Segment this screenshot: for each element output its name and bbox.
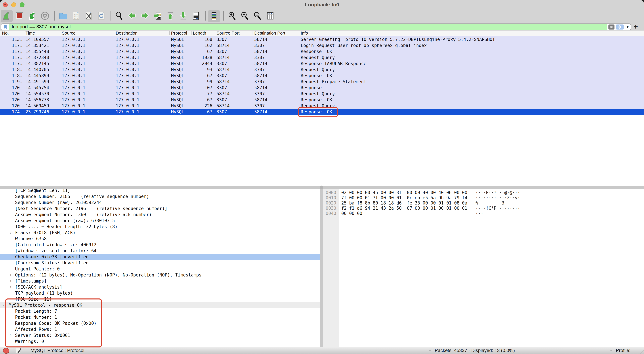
detail-tree-row[interactable]: Packet Length: 7: [0, 308, 320, 314]
previous-packet-button[interactable]: [126, 10, 138, 22]
capture-comment-icon[interactable]: [15, 347, 22, 354]
save-capture-file-button[interactable]: 010100110101110: [70, 10, 82, 22]
detail-tree-row[interactable]: [Next Sequence Number: 2196 (relative se…: [0, 206, 320, 212]
expander-closed-icon[interactable]: ›: [10, 230, 12, 235]
detail-tree-row[interactable]: [PDU Size: 11]: [0, 296, 320, 302]
hex-row[interactable]: 000002 00 00 00 45 00 00 3f 00 00 40 00 …: [323, 190, 644, 195]
column-header-destination[interactable]: Destination: [116, 31, 138, 36]
start-capture-button[interactable]: [1, 10, 13, 22]
open-capture-file-button[interactable]: [57, 10, 69, 22]
zoom-in-button[interactable]: [226, 10, 238, 22]
expander-closed-icon[interactable]: ›: [10, 284, 12, 290]
zoom-reset-button[interactable]: [252, 10, 264, 22]
column-header-info[interactable]: Info: [301, 31, 308, 36]
display-filter-input[interactable]: tcp.port == 3307 and mysql: [10, 24, 607, 30]
splitter-handle[interactable]: [320, 186, 323, 189]
detail-tree-row[interactable]: [Checksum Status: Unverified]: [0, 260, 320, 266]
column-separator[interactable]: [252, 31, 253, 36]
column-header-destination-port[interactable]: Destination Port: [254, 31, 285, 36]
go-to-packet-button[interactable]: [152, 10, 164, 22]
find-packet-button[interactable]: [113, 10, 126, 22]
detail-tree-row[interactable]: Sequence Number: 2185 (relative sequence…: [0, 193, 320, 199]
packet-row[interactable]: 120…14.554570127.0.0.1127.0.0.1MySQL7758…: [0, 91, 644, 97]
hex-row[interactable]: 00107f 00 00 01 7f 00 00 01 0c eb e5 5a …: [323, 195, 644, 200]
packet-row[interactable]: 119…14.491599127.0.0.1127.0.0.1MySQL9958…: [0, 79, 644, 85]
detail-tree-row[interactable]: TCP payload (11 bytes): [0, 290, 320, 296]
status-profile[interactable]: Profile: Default: [616, 347, 644, 354]
add-filter-button[interactable]: +: [632, 23, 640, 30]
detail-tree-row[interactable]: Sequence Number (raw): 2610592244: [0, 199, 320, 206]
detail-tree-row[interactable]: ›Flags: 0x018 (PSH, ACK): [0, 230, 320, 236]
column-header-protocol[interactable]: Protocol: [171, 31, 187, 36]
expander-closed-icon[interactable]: ›: [10, 272, 12, 278]
expander-closed-icon[interactable]: ›: [10, 278, 12, 284]
hex-ascii: ········ ···Z··y·: [476, 195, 520, 200]
reload-capture-file-button[interactable]: [95, 10, 107, 22]
restart-capture-button[interactable]: [26, 10, 38, 22]
expander-open-icon[interactable]: ›: [1, 304, 6, 306]
apply-filter-icon: [618, 25, 622, 29]
detail-tree-row[interactable]: ›Server Status: 0x0001: [0, 332, 320, 338]
detail-tree-row[interactable]: Response Code: OK Packet (0x00): [0, 320, 320, 326]
column-header-length[interactable]: Length: [193, 31, 206, 36]
detail-tree-row[interactable]: ›[Timestamps]: [0, 278, 320, 284]
packet-row[interactable]: 118…14.440705127.0.0.1127.0.0.1MySQL9358…: [0, 67, 644, 73]
hex-row[interactable]: 0030f2 f1 a6 94 21 43 2a 50 07 00 00 01 …: [323, 206, 644, 211]
detail-tree-row[interactable]: Packet Number: 1: [0, 314, 320, 320]
hex-row[interactable]: 002025 ba f8 8b 80 18 18 d6 fe 33 00 00 …: [323, 200, 644, 206]
auto-scroll-button[interactable]: [190, 10, 202, 22]
column-header-no[interactable]: No.: [2, 31, 9, 36]
detail-tree-row[interactable]: Warnings: 0: [0, 338, 320, 344]
packet-row[interactable]: 120…14.545754127.0.0.1127.0.0.1MySQL1073…: [0, 85, 644, 91]
filter-bookmark-button[interactable]: [1, 24, 10, 30]
last-packet-button[interactable]: [177, 10, 189, 22]
resize-columns-button[interactable]: [264, 10, 276, 22]
hex-row[interactable]: 004000 00 00···: [323, 211, 644, 216]
detail-tree-row[interactable]: Window: 6358: [0, 236, 320, 242]
first-packet-button[interactable]: [164, 10, 176, 22]
packet-row-selected[interactable]: 174…23.799746127.0.0.1127.0.0.1MySQL6733…: [0, 109, 644, 115]
detail-tree-row[interactable]: ›Options: (12 bytes), No-Operation (NOP)…: [0, 272, 320, 278]
clear-filter-button[interactable]: [608, 25, 614, 30]
column-header-time[interactable]: Time: [26, 31, 35, 36]
packet-row[interactable]: 118…14.445899127.0.0.1127.0.0.1MySQL6733…: [0, 73, 644, 79]
column-separator[interactable]: [299, 31, 299, 36]
packet-row[interactable]: 120…14.556773127.0.0.1127.0.0.1MySQL6733…: [0, 97, 644, 103]
stop-capture-button[interactable]: [14, 10, 26, 22]
column-separator[interactable]: [170, 31, 170, 36]
packet-row[interactable]: 117…14.372340127.0.0.1127.0.0.1MySQL1038…: [0, 55, 644, 61]
packet-row[interactable]: 117…14.355448127.0.0.1127.0.0.1MySQL6733…: [0, 49, 644, 55]
detail-tree-row[interactable]: [Calculated window size: 406912]: [0, 242, 320, 248]
zoom-out-button[interactable]: [239, 10, 251, 22]
close-capture-file-button[interactable]: [82, 10, 94, 22]
detail-tree-row[interactable]: ›[SEQ/ACK analysis]: [0, 284, 320, 290]
detail-tree-row[interactable]: Checksum: 0xfe33 [unverified]: [0, 254, 320, 260]
next-packet-button[interactable]: [139, 10, 151, 22]
column-separator[interactable]: [60, 31, 60, 36]
detail-tree-row[interactable]: [TCP Segment Len: 11]: [0, 189, 320, 193]
column-separator[interactable]: [215, 31, 215, 36]
column-separator[interactable]: [24, 31, 24, 36]
detail-tree-row[interactable]: 1000 .... = Header Length: 32 bytes (8): [0, 224, 320, 230]
packet-row[interactable]: 113…14.109557127.0.0.1127.0.0.1MySQL1683…: [0, 37, 644, 43]
expert-info-icon[interactable]: [3, 348, 10, 354]
pane-splitter-vertical[interactable]: [320, 189, 323, 346]
apply-filter-button[interactable]: [616, 25, 624, 30]
detail-tree-row[interactable]: Urgent Pointer: 0: [0, 266, 320, 272]
column-header-source-port[interactable]: Source Port: [216, 31, 240, 36]
detail-tree-row[interactable]: [Window size scaling factor: 64]: [0, 248, 320, 254]
packet-row[interactable]: 117…14.353421127.0.0.1127.0.0.1MySQL1625…: [0, 43, 644, 49]
detail-tree-row[interactable]: Affected Rows: 1: [0, 326, 320, 332]
column-header-source[interactable]: Source: [62, 31, 76, 36]
column-separator[interactable]: [191, 31, 192, 36]
column-separator[interactable]: [114, 31, 114, 36]
detail-tree-row[interactable]: ›MySQL Protocol - response OK: [0, 302, 320, 308]
expander-closed-icon[interactable]: ›: [10, 332, 12, 338]
filter-dropdown-caret[interactable]: ▼: [626, 25, 629, 29]
colorize-packets-button[interactable]: [208, 10, 220, 22]
packet-row[interactable]: 117…14.382145127.0.0.1127.0.0.1MySQL2044…: [0, 61, 644, 67]
detail-tree-row[interactable]: Acknowledgment Number: 1360 (relative ac…: [0, 212, 320, 218]
packet-row[interactable]: 120…14.569459127.0.0.1127.0.0.1MySQL2265…: [0, 103, 644, 109]
capture-options-button[interactable]: [39, 10, 51, 22]
detail-tree-row[interactable]: Acknowledgment number (raw): 633010315: [0, 218, 320, 224]
